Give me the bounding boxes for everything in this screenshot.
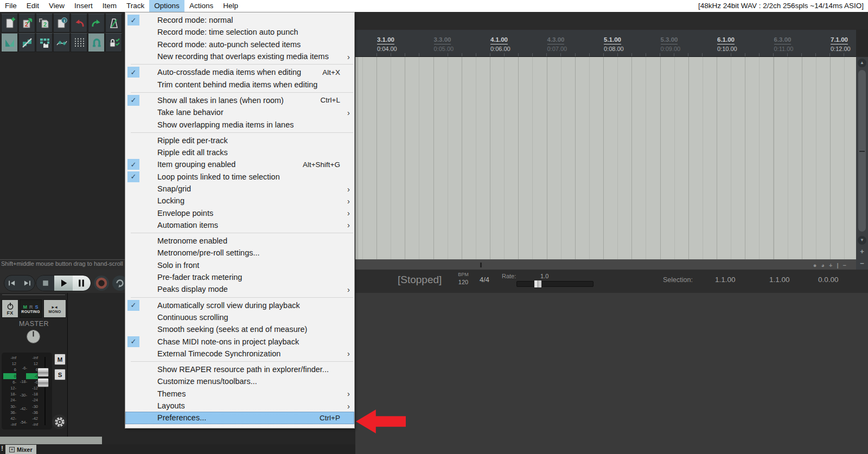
pan-knob[interactable] <box>26 329 41 344</box>
dot-icon[interactable]: ● <box>813 262 817 268</box>
menu-item-chase-midi-note-ons-in-project-playback[interactable]: ✓Chase MIDI note-ons in project playback <box>125 335 354 347</box>
toolbar-item-grouping-button[interactable] <box>18 33 35 52</box>
toolbar-project-settings-button[interactable]: i <box>53 14 70 33</box>
menubar-item-track[interactable]: Track <box>122 0 149 12</box>
toolbar-auto-crossfade-button[interactable] <box>1 33 18 52</box>
menu-item-automatically-scroll-view-during-playback[interactable]: ✓Automatically scroll view during playba… <box>125 299 354 311</box>
menu-item-envelope-points[interactable]: Envelope points› <box>125 207 354 219</box>
volume-fader-handle-2[interactable] <box>37 378 49 387</box>
menu-item-customize-menus-toolbars[interactable]: Customize menus/toolbars... <box>125 375 354 387</box>
menu-item-layouts[interactable]: Layouts› <box>125 400 354 412</box>
record-button[interactable] <box>93 275 110 291</box>
menubar-item-item[interactable]: Item <box>98 0 122 12</box>
menu-item-preferences[interactable]: Preferences...Ctrl+P <box>125 412 354 424</box>
menu-item-label: Trim content behind media items when edi… <box>157 80 317 89</box>
loop-toggle-icon <box>91 37 103 49</box>
toolbar-new-project-button[interactable] <box>1 14 18 33</box>
toolbar-metronome-button[interactable] <box>105 14 122 33</box>
menubar-item-view[interactable]: View <box>44 0 69 12</box>
rate-slider-handle[interactable] <box>534 280 542 288</box>
lock-icon <box>108 37 120 49</box>
menu-item-snap-grid[interactable]: Snap/grid› <box>125 183 354 195</box>
arrange-view[interactable] <box>355 57 856 259</box>
toolbar-redo-button[interactable] <box>88 14 105 33</box>
bpm-value[interactable]: 120 <box>455 279 472 285</box>
menu-item-peaks-display-mode[interactable]: Peaks display mode› <box>125 283 354 295</box>
menu-item-trim-content-behind-media-items-when-editi[interactable]: Trim content behind media items when edi… <box>125 78 354 90</box>
menu-item-external-timecode-synchronization[interactable]: External Timecode Synchronization› <box>125 348 354 360</box>
menu-item-item-grouping-enabled[interactable]: ✓Item grouping enabledAlt+Shift+G <box>125 158 354 170</box>
go-to-end-button[interactable] <box>20 276 35 291</box>
menubar-item-options[interactable]: Options <box>149 0 184 12</box>
toolbar-undo-button[interactable] <box>71 14 87 33</box>
mixer-dock-scrollbar[interactable] <box>0 437 102 444</box>
menu-item-loop-points-linked-to-time-selection[interactable]: ✓Loop points linked to time selection <box>125 171 354 183</box>
zoom-out-icon[interactable]: − <box>843 262 846 268</box>
scroll-up-button[interactable]: ▲ <box>858 59 866 67</box>
toolbar-snap-grid-button[interactable] <box>36 33 53 52</box>
selection-end[interactable]: 1.1.00 <box>769 276 790 284</box>
vertical-scrollbar[interactable]: ▲ ▼ + − <box>856 57 868 270</box>
mono-button[interactable]: ▸◂ MONO <box>43 299 66 318</box>
time-signature[interactable]: 4/4 <box>480 276 489 284</box>
menu-item-automation-items[interactable]: Automation items› <box>125 219 354 231</box>
horizontal-scrollbar[interactable]: ●◕+|− <box>355 259 856 270</box>
menu-item-ripple-edit-per-track[interactable]: Ripple edit per-track <box>125 135 354 146</box>
menu-item-record-mode-auto-punch-selected-items[interactable]: Record mode: auto-punch selected items <box>125 39 354 50</box>
menu-item-smooth-seeking-seeks-at-end-of-measure[interactable]: Smooth seeking (seeks at end of measure) <box>125 323 354 335</box>
menubar-item-file[interactable]: File <box>0 0 22 12</box>
menu-item-take-lane-behavior[interactable]: Take lane behavior› <box>125 106 354 118</box>
menu-item-pre-fader-track-metering[interactable]: Pre-fader track metering <box>125 271 354 283</box>
routing-button[interactable]: MRS ROUTING <box>20 299 42 318</box>
menubar-item-actions[interactable]: Actions <box>184 0 218 12</box>
play-button[interactable] <box>54 276 72 291</box>
go-to-start-button[interactable] <box>4 276 20 291</box>
menu-item-metronome-enabled[interactable]: Metronome enabled <box>125 235 354 247</box>
rate-slider-track[interactable] <box>516 281 593 287</box>
toolbar-loop-toggle-button[interactable] <box>88 33 105 52</box>
menubar-item-insert[interactable]: Insert <box>69 0 98 12</box>
mixer-dock-tab[interactable]: × Mixer <box>5 445 36 454</box>
menu-item-record-mode-time-selection-auto-punch[interactable]: Record mode: time selection auto punch <box>125 26 354 38</box>
menu-item-show-reaper-resource-path-in-explorer-find[interactable]: Show REAPER resource path in explorer/fi… <box>125 363 354 375</box>
toolbar-open-project-button[interactable]: 2 <box>18 14 35 33</box>
menu-item-new-recording-that-overlaps-existing-media[interactable]: New recording that overlaps existing med… <box>125 50 354 62</box>
zoom-in-icon[interactable]: + <box>829 262 832 268</box>
menu-item-show-overlapping-media-items-in-lanes[interactable]: Show overlapping media items in lanes <box>125 118 354 130</box>
toolbar-grid-lines-button[interactable] <box>71 33 87 52</box>
menu-item-solo-in-front[interactable]: Solo in front <box>125 259 354 271</box>
master-settings-button[interactable] <box>52 414 67 429</box>
toolbar-envelope-points-button[interactable] <box>53 33 70 52</box>
selection-start[interactable]: 1.1.00 <box>715 276 736 284</box>
toolbar-lock-button[interactable] <box>105 33 122 52</box>
menu-item-metronome-pre-roll-settings[interactable]: Metronome/pre-roll settings... <box>125 247 354 259</box>
menubar-item-edit[interactable]: Edit <box>22 0 44 12</box>
close-icon[interactable]: × <box>9 447 15 452</box>
menu-item-record-mode-normal[interactable]: ✓Record mode: normal <box>125 14 354 26</box>
vertical-scroll-thumb[interactable] <box>858 70 866 232</box>
volume-fader-handle[interactable] <box>37 368 49 377</box>
menu-item-themes[interactable]: Themes› <box>125 388 354 400</box>
zoom-in-button[interactable]: + <box>856 248 868 255</box>
solo-button[interactable]: S <box>54 369 66 380</box>
toolbar-save-project-button[interactable]: 2 <box>36 14 53 33</box>
fader-track[interactable] <box>44 357 46 425</box>
mute-button[interactable]: M <box>54 354 66 365</box>
menu-item-ripple-edit-all-tracks[interactable]: Ripple edit all tracks <box>125 146 354 158</box>
pan-circle-icon[interactable]: ◕ <box>821 262 825 268</box>
pause-button[interactable] <box>73 276 91 291</box>
rate-value[interactable]: 1.0 <box>540 273 548 279</box>
menubar-item-help[interactable]: Help <box>218 0 243 12</box>
menu-item-auto-crossfade-media-items-when-editing[interactable]: ✓Auto-crossfade media items when editing… <box>125 66 354 78</box>
selection-length[interactable]: 0.0.00 <box>818 276 839 284</box>
scroll-down-button[interactable]: ▼ <box>858 236 866 245</box>
stop-button[interactable] <box>36 276 54 291</box>
menu-item-locking[interactable]: Locking› <box>125 195 354 207</box>
hscroll-zoom-controls[interactable]: ●◕+|− <box>813 260 846 270</box>
menu-item-continuous-scrolling[interactable]: Continuous scrolling <box>125 311 354 323</box>
check-gutter <box>127 195 139 206</box>
timeline-ruler[interactable]: 3.1.000:04.003.3.000:05.004.1.000:06.004… <box>355 30 856 57</box>
zoom-out-button[interactable]: − <box>856 260 868 267</box>
fx-button[interactable]: FX <box>2 299 18 318</box>
menu-item-show-all-takes-in-lanes-when-room[interactable]: ✓Show all takes in lanes (when room)Ctrl… <box>125 94 354 106</box>
